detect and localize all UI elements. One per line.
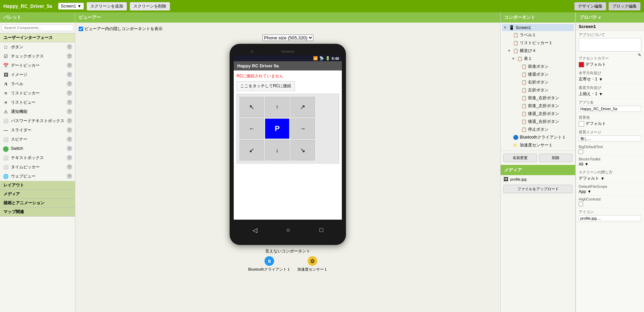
dir-s[interactable]: ↓ [265,140,289,160]
palette-item-label[interactable]: A ラベル ? [0,79,75,89]
prop-about-value[interactable]: ✎ [579,38,641,53]
show-hidden-checkbox[interactable] [79,27,83,31]
halign-dropdown[interactable]: ▼ [599,77,603,82]
tree-stop-btn[interactable]: 📋 停止ボタン [502,126,574,133]
checkbox-help[interactable]: ? [67,53,72,59]
palette-item-switch[interactable]: ⬤ Switch ? [0,144,75,153]
tree-yokogumi4[interactable]: ▼ 📋 横並び４ [502,47,574,55]
tree-sensor1[interactable]: ⚙ 加速度センサー１ [502,141,574,149]
palette-item-timepicker[interactable]: ⬜ タイムピッカー ? [0,162,75,172]
add-screen-button[interactable]: スクリーンを追加 [87,2,127,11]
media-section-palette[interactable]: メディア [0,190,75,199]
tree-listpicker1[interactable]: 📋 リストピッカー１ [502,39,574,47]
bgcolor-swatch[interactable] [579,121,584,127]
recents-nav-btn[interactable]: □ [319,226,323,234]
sensor-icon: ⚙ [308,256,317,266]
palette-item-checkbox[interactable]: ☑ チェックボックス ? [0,52,75,61]
edit-icon[interactable]: ✎ [638,53,641,57]
connect-button[interactable]: ここをタッチしてRCに接続 [236,81,295,91]
ui-category-header[interactable]: ユーザーインターフェース [0,33,75,42]
palette-item-notification[interactable]: ⚠ 通知機能 ? [0,107,75,116]
tree-bluetooth1[interactable]: 🔵 Bluetoothクライアント１ [502,133,574,141]
show-hidden-label[interactable]: ビューアー内の隠しコンポーネントを表示 [79,26,163,32]
palette-item-datepicker[interactable]: 📅 デートピッカー ? [0,61,75,70]
button-help[interactable]: ? [67,44,72,50]
drawing-section[interactable]: 描画とアニメーション [0,199,75,208]
timepicker-help[interactable]: ? [67,164,72,170]
tree-label1[interactable]: 📋 ラベル１ [502,31,574,39]
passwordbox-help[interactable]: ? [67,118,72,124]
maps-section[interactable]: マップ関連 [0,208,75,217]
blockstoolkit-dropdown[interactable]: ▼ [584,162,589,167]
table1-expand[interactable]: ▼ [512,57,516,61]
screen1-expand[interactable]: ▼ [503,26,507,29]
screen-selector[interactable]: Screen1 ▼ [58,3,84,10]
tree-back-btn[interactable]: 📋 後退ボタン [502,70,574,78]
dir-w[interactable]: ← [240,118,264,139]
label-help[interactable]: ? [67,81,72,87]
tree-bl-btn[interactable]: 📋 後退_右折ボタン [502,118,574,126]
upload-button[interactable]: ファイルをアップロード [503,185,572,193]
palette-item-spinner[interactable]: ⬜ スピナー ? [0,135,75,144]
notification-help[interactable]: ? [67,109,72,114]
listpicker-help[interactable]: ? [67,90,72,96]
palette-item-slider[interactable]: — スライダー ? [0,126,75,135]
prop-appname-input[interactable] [579,106,641,112]
tree-fl-btn[interactable]: 📋 前進_左折ボタン [502,102,574,110]
defaultfilescope-dropdown[interactable]: ▼ [587,189,591,194]
block-editor-button[interactable]: ブロック編集 [608,2,641,11]
back-nav-btn[interactable]: ◁ [253,226,257,234]
tree-fr-btn[interactable]: 📋 前進_右折ボタン [502,94,574,102]
palette-item-listview[interactable]: ≡ リストビュー ? [0,98,75,107]
slider-help[interactable]: ? [67,127,72,133]
dir-e[interactable]: → [291,118,315,139]
switch-help[interactable]: ? [67,146,72,151]
datepicker-help[interactable]: ? [67,63,72,68]
dir-sw[interactable]: ↙ [240,140,264,160]
prop-appname-value[interactable] [579,106,641,112]
size-selector[interactable]: Phone size (505,320) [262,35,313,41]
screenclose-dropdown[interactable]: ▼ [601,176,605,181]
palette-item-image[interactable]: 🖼 イメージ ? [0,70,75,79]
tree-right-btn[interactable]: 📋 右折ボタン [502,78,574,86]
image-help[interactable]: ? [67,72,72,77]
tree-forward-btn[interactable]: 📋 前進ボタン [502,63,574,70]
dir-n[interactable]: ↑ [265,97,289,117]
prop-bigdefaulttext-checkbox[interactable] [579,150,583,154]
textbox-help[interactable]: ? [67,155,72,160]
accent-color-swatch[interactable] [579,62,584,67]
tree-screen1[interactable]: ▼ 📱 Screen1 [502,24,574,31]
dir-center[interactable]: P [265,118,289,139]
prop-bgcolor-value[interactable]: デフォルト [579,121,641,127]
rename-button[interactable]: 名前変更 [503,154,537,162]
prop-icon-input[interactable] [579,215,641,221]
spinner-help[interactable]: ? [67,136,72,142]
tree-table1[interactable]: ▼ 📋 表１ [502,55,574,63]
prop-about-textarea[interactable] [579,38,641,52]
dir-se[interactable]: ↘ [291,140,315,160]
tree-br-btn[interactable]: 📋 後退_左折ボタン [502,110,574,118]
palette-item-button[interactable]: □ ボタン ? [0,42,75,52]
layout-section[interactable]: レイアウト [0,181,75,190]
palette-item-webviewer[interactable]: 🌐 ウェブビュー ? [0,172,75,181]
valign-dropdown[interactable]: ▼ [599,92,603,96]
listview-help[interactable]: ? [67,100,72,105]
design-editor-button[interactable]: デザイン編集 [574,2,606,11]
webviewer-help[interactable]: ? [67,173,72,179]
prop-bgimage-input[interactable] [579,135,641,142]
tree-left-btn[interactable]: 📋 左折ボタン [502,86,574,94]
prop-accent-value[interactable]: デフォルト [579,62,641,67]
dir-nw[interactable]: ↖ [240,97,264,117]
palette-item-textbox[interactable]: ⬜ テキストボックス ? [0,153,75,162]
dir-ne[interactable]: ↗ [291,97,315,117]
palette-item-passwordbox[interactable]: ⬜ パスワードテキストボックス ? [0,116,75,126]
prop-bgimage-value[interactable] [579,135,641,142]
search-input[interactable] [2,24,73,31]
home-nav-btn[interactable]: ○ [286,226,290,234]
prop-highcontrast-checkbox[interactable] [579,202,583,206]
palette-item-listpicker[interactable]: ≡ リストピッカー ? [0,89,75,98]
prop-icon-value[interactable] [579,215,641,221]
yokogumi4-expand[interactable]: ▼ [507,49,512,53]
remove-screen-button[interactable]: スクリーンを削除 [130,2,170,11]
delete-button[interactable]: 削除 [539,154,572,162]
